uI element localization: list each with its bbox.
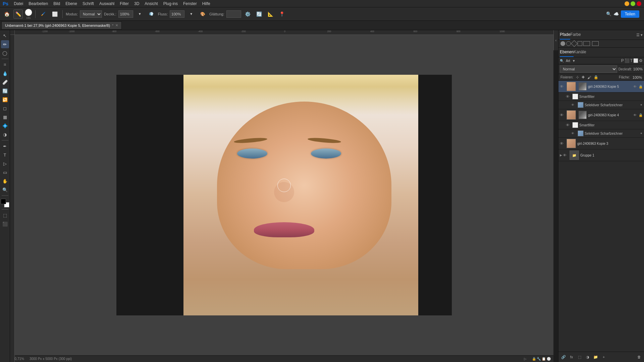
hand-tool[interactable]: ✋: [1, 177, 9, 185]
foreground-color[interactable]: [1, 199, 6, 204]
screen-mode[interactable]: ⬛: [1, 220, 9, 228]
opacity-input[interactable]: [118, 10, 133, 18]
menu-bearbeiten[interactable]: Bearbeiten: [29, 1, 48, 6]
menu-ebene[interactable]: Ebene: [65, 1, 77, 6]
new-layer-button[interactable]: +: [600, 353, 607, 361]
tab-close-button[interactable]: ✕: [115, 23, 118, 27]
menu-ansicht[interactable]: Ansicht: [145, 1, 158, 6]
home-button[interactable]: 🏠: [2, 9, 11, 19]
share-button[interactable]: Teilen: [621, 10, 639, 18]
path-select[interactable]: ▷: [1, 160, 9, 168]
shape-diamond[interactable]: [571, 40, 578, 47]
menu-filter[interactable]: Filter: [120, 1, 129, 6]
canvas-container[interactable]: [15, 35, 553, 355]
layer-1-vis-right[interactable]: 👁: [633, 85, 639, 88]
menu-datei[interactable]: Datei: [14, 1, 23, 6]
layer-icon-5[interactable]: ⚙: [639, 58, 643, 63]
tab-ebenen[interactable]: Ebenen: [560, 48, 574, 57]
menu-bild[interactable]: Bild: [53, 1, 60, 6]
sf2-visibility[interactable]: 👁: [566, 123, 571, 127]
panel-menu-icon[interactable]: ☰: [636, 33, 640, 37]
lasso-tool[interactable]: ◯: [1, 49, 9, 57]
layer-icon-2[interactable]: ⬛: [625, 58, 630, 63]
close-button[interactable]: [637, 1, 641, 6]
group-visibility[interactable]: 👁: [563, 153, 568, 157]
brush-preview[interactable]: [25, 9, 32, 16]
adjustment-layer-button[interactable]: ◑: [584, 353, 591, 361]
brush-options-btn[interactable]: 🖌️: [39, 9, 48, 19]
shape-square[interactable]: [578, 41, 582, 46]
layer-item-1[interactable]: 👁 girl-2406963 Kopie 5 👁 🔒: [558, 81, 644, 93]
minimize-button[interactable]: [625, 1, 629, 6]
ssf1-visibility[interactable]: 👁: [571, 103, 577, 107]
settings-btn[interactable]: ⚙️: [243, 9, 253, 19]
filter-dropdown-arrow[interactable]: ▼: [572, 59, 576, 63]
layer-icon-3[interactable]: T: [630, 58, 633, 63]
layer-icon-4[interactable]: ⬜: [633, 58, 638, 63]
layer-group-1[interactable]: ▶ 👁 📁 Gruppe 1: [558, 149, 644, 161]
move-tool[interactable]: ↖: [1, 32, 9, 40]
photo-canvas[interactable]: [183, 75, 418, 315]
dodge-tool[interactable]: ◑: [1, 130, 9, 138]
link-layers-button[interactable]: 🔗: [560, 353, 567, 361]
quick-mask[interactable]: ⬚: [1, 211, 9, 219]
sf1-visibility[interactable]: 👁: [566, 95, 571, 99]
layer-1-lock[interactable]: 🔒: [639, 85, 643, 88]
group-expand-arrow[interactable]: ▶: [560, 154, 562, 157]
layer-style-button[interactable]: fx: [568, 353, 575, 361]
smoothing-input[interactable]: [226, 10, 241, 18]
layer-icon-1[interactable]: P: [621, 58, 624, 63]
eyedropper-tool[interactable]: 💧: [1, 69, 9, 77]
crop-tool[interactable]: ⌗: [1, 61, 9, 69]
angle-btn[interactable]: 📐: [266, 9, 275, 19]
panel-collapse-icon[interactable]: ▾: [641, 33, 643, 37]
layer-2-smartfilter[interactable]: 👁 Smartfilter: [558, 121, 644, 129]
layer-1-smartfilter[interactable]: 👁 Smartfilter: [558, 93, 644, 101]
lock-all-icon[interactable]: 🔒: [594, 75, 598, 79]
pen-tool[interactable]: ✒: [1, 142, 9, 150]
extra-btn[interactable]: 📍: [277, 9, 287, 19]
symmetry-btn[interactable]: 🔄: [255, 9, 264, 19]
shape-circle-outline[interactable]: [566, 41, 571, 46]
layer-1-filter[interactable]: 👁 Selektiver Scharfzeichner ✦: [558, 101, 644, 109]
panel-collapse-button[interactable]: ‹: [553, 30, 558, 50]
search-icon[interactable]: 🔍: [606, 11, 611, 16]
tab-pfade[interactable]: Pfade: [560, 30, 570, 40]
shape-rect[interactable]: [583, 41, 590, 46]
lock-art-icon[interactable]: 🖌: [587, 75, 591, 79]
airbrush-btn[interactable]: 💨: [147, 9, 156, 19]
layer-1-visibility[interactable]: 👁: [560, 84, 565, 88]
brush-tool[interactable]: ✏️: [13, 9, 23, 19]
menu-hilfe[interactable]: Hilfe: [202, 1, 210, 6]
layer-2-lock[interactable]: 🔒: [639, 113, 643, 117]
history-brush[interactable]: 🔁: [1, 96, 9, 104]
document-tab[interactable]: Unbenannt-1 bei 27,9% (girl-2406963 Kopi…: [1, 21, 122, 29]
menu-auswahl[interactable]: Auswahl: [99, 1, 114, 6]
lock-position-icon[interactable]: ⊹: [576, 75, 579, 79]
shape-circle[interactable]: [560, 41, 565, 46]
layer-3-visibility[interactable]: 👁: [560, 141, 565, 145]
blur-tool[interactable]: 💠: [1, 122, 9, 130]
flow-toggle[interactable]: ▼: [186, 9, 196, 19]
shape-rect2[interactable]: [592, 41, 599, 46]
layer-item-2[interactable]: 👁 girl-2406963 Kopie 4 👁 🔒: [558, 109, 644, 121]
color-swatches[interactable]: [1, 199, 9, 207]
layer-2-filter[interactable]: 👁 Selektiver Scharfzeichner ✦: [558, 129, 644, 138]
clone-tool[interactable]: 🔄: [1, 87, 9, 95]
group-layers-button[interactable]: 📁: [592, 353, 599, 361]
mask-mode-btn[interactable]: ⬜: [50, 9, 59, 19]
healing-tool[interactable]: 🩹: [1, 78, 9, 86]
layer-2-vis-right[interactable]: 👁: [633, 113, 639, 117]
menu-schrift[interactable]: Schrift: [83, 1, 94, 6]
menu-fenster[interactable]: Fenster: [183, 1, 197, 6]
maximize-button[interactable]: [631, 1, 635, 6]
layer-mask-button[interactable]: ⬚: [576, 353, 583, 361]
zoom-tool[interactable]: 🔍: [1, 186, 9, 194]
brush-tool-side[interactable]: ✏: [1, 40, 9, 48]
gradient-tool[interactable]: ▦: [1, 113, 9, 121]
menu-plugins[interactable]: Plug-ins: [163, 1, 178, 6]
lock-move-icon[interactable]: ✚: [582, 75, 585, 79]
delete-layer-button[interactable]: 🗑: [635, 353, 643, 361]
ssf2-visibility[interactable]: 👁: [571, 132, 577, 135]
shape-tool[interactable]: ▭: [1, 168, 9, 176]
